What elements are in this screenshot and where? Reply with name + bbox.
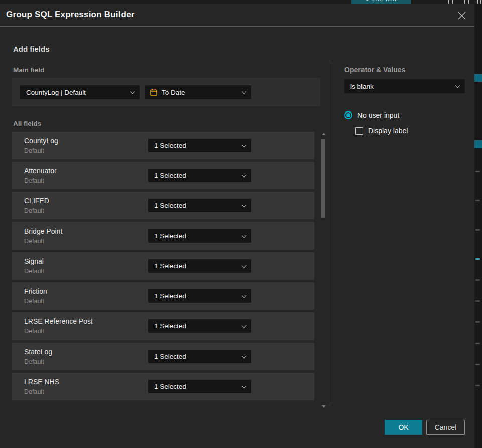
display-label-label: Display label [368, 127, 408, 135]
field-row-subtitle: Default [24, 358, 44, 365]
field-row-select-value: 1 Selected [148, 322, 186, 330]
field-row: Friction Default 1 Selected [12, 282, 314, 310]
chevron-down-icon [242, 263, 247, 268]
title-separator [0, 26, 474, 27]
background-text-fragment [475, 279, 480, 281]
live-view-button-clipped[interactable]: Live view [351, 0, 411, 4]
list-scrollbar[interactable] [321, 132, 326, 408]
background-text-fragment [475, 300, 480, 302]
field-type-select[interactable]: To Date [145, 85, 251, 99]
background-text-fragment [475, 343, 480, 344]
field-row-name: StateLog [24, 348, 52, 356]
field-row-select[interactable]: 1 Selected [148, 259, 251, 273]
field-row-subtitle: Default [24, 388, 44, 395]
close-icon[interactable] [457, 11, 467, 21]
background-text-fragment [475, 321, 480, 323]
field-row-select-value: 1 Selected [148, 292, 186, 300]
screen: Live view Group SQL Expression Builder [0, 0, 482, 448]
group-sql-expression-builder-dialog: Group SQL Expression Builder Add fields … [0, 4, 474, 448]
field-row-select[interactable]: 1 Selected [148, 380, 251, 393]
clipped-toolbar-icon [477, 0, 478, 4]
calendar-icon [150, 88, 158, 98]
chevron-down-icon [455, 83, 460, 88]
chevron-down-icon [242, 323, 247, 328]
field-row: CountyLog Default 1 Selected [12, 132, 314, 159]
operator-select-value: is blank [344, 83, 374, 90]
chevron-down-icon [242, 233, 247, 238]
field-row-name: LRSE NHS [24, 378, 59, 386]
background-text-fragment [475, 364, 480, 365]
scroll-up-icon[interactable] [322, 133, 326, 135]
display-label-checkbox[interactable]: Display label [355, 127, 408, 135]
field-row-select-value: 1 Selected [148, 172, 186, 179]
field-row-select-value: 1 Selected [148, 262, 186, 270]
field-row-name: CLIFED [24, 197, 49, 205]
chevron-down-icon [242, 383, 247, 388]
background-text-fragment [475, 171, 480, 172]
clipped-toolbar-icon [468, 0, 469, 4]
scrollbar-thumb[interactable] [321, 139, 325, 218]
field-row-name: Friction [24, 287, 47, 295]
chevron-down-icon [242, 353, 247, 358]
background-text-fragment [475, 229, 480, 231]
chevron-down-icon [242, 202, 247, 207]
field-row: LRSE Reference Post Default 1 Selected [12, 312, 314, 340]
all-fields-label: All fields [13, 120, 41, 127]
main-field-select-value: CountyLog | Default [20, 89, 86, 96]
clipped-toolbar-icon [452, 0, 453, 4]
no-user-input-radio[interactable]: No user input [344, 111, 399, 119]
operator-select[interactable]: is blank [344, 79, 465, 93]
field-row-select[interactable]: 1 Selected [148, 139, 251, 152]
field-row-select[interactable]: 1 Selected [148, 350, 251, 363]
ok-button[interactable]: OK [385, 420, 422, 435]
clipped-toolbar-icon [464, 0, 465, 4]
field-row: StateLog Default 1 Selected [12, 343, 314, 370]
field-row: Signal Default 1 Selected [12, 252, 314, 280]
dialog-title: Group SQL Expression Builder [6, 10, 135, 20]
chevron-down-icon [242, 293, 247, 298]
field-row-subtitle: Default [24, 177, 44, 184]
chevron-down-icon [242, 142, 247, 147]
field-row-select[interactable]: 1 Selected [148, 229, 251, 243]
field-row-select[interactable]: 1 Selected [148, 199, 251, 212]
add-fields-heading: Add fields [13, 45, 50, 53]
background-text-fragment [475, 258, 480, 260]
field-row-select[interactable]: 1 Selected [148, 169, 251, 182]
background-app-right-edge [474, 4, 482, 448]
background-selected-item-fragment [474, 74, 482, 82]
main-field-label: Main field [13, 66, 44, 74]
live-view-dot-icon [366, 0, 369, 1]
cancel-button[interactable]: Cancel [426, 420, 465, 435]
all-fields-list: CountyLog Default 1 Selected Attenuator … [12, 132, 314, 403]
background-text-fragment [475, 200, 480, 201]
field-row-select-value: 1 Selected [148, 202, 186, 209]
background-selected-item-fragment [474, 140, 482, 148]
field-row: CLIFED Default 1 Selected [12, 192, 314, 219]
chevron-down-icon [242, 89, 247, 94]
operator-values-label: Operator & Values [344, 66, 405, 74]
field-row-name: Attenuator [24, 167, 57, 175]
field-row-select-value: 1 Selected [148, 232, 186, 240]
field-row-select-value: 1 Selected [148, 353, 186, 360]
field-row-select-value: 1 Selected [148, 383, 186, 390]
field-row: Attenuator Default 1 Selected [12, 162, 314, 189]
field-row-name: CountyLog [24, 137, 58, 145]
field-row-subtitle: Default [24, 328, 44, 335]
no-user-input-label: No user input [357, 111, 399, 119]
field-row-subtitle: Default [24, 147, 44, 154]
field-row-name: LRSE Reference Post [24, 317, 93, 325]
field-row-name: Signal [24, 257, 44, 265]
field-row-subtitle: Default [24, 268, 44, 275]
field-row-select[interactable]: 1 Selected [148, 319, 251, 333]
background-app-top-edge: Live view [0, 0, 482, 4]
field-row-select-value: 1 Selected [148, 142, 186, 149]
radio-selected-icon [344, 111, 352, 119]
clipped-toolbar-icon [448, 0, 449, 4]
field-row-subtitle: Default [24, 207, 44, 214]
field-row-name: Bridge Point [24, 227, 62, 235]
scroll-down-icon[interactable] [322, 405, 326, 408]
main-field-select[interactable]: CountyLog | Default [20, 85, 140, 99]
field-row: Bridge Point Default 1 Selected [12, 222, 314, 250]
field-row-select[interactable]: 1 Selected [148, 289, 251, 303]
chevron-down-icon [130, 89, 135, 94]
